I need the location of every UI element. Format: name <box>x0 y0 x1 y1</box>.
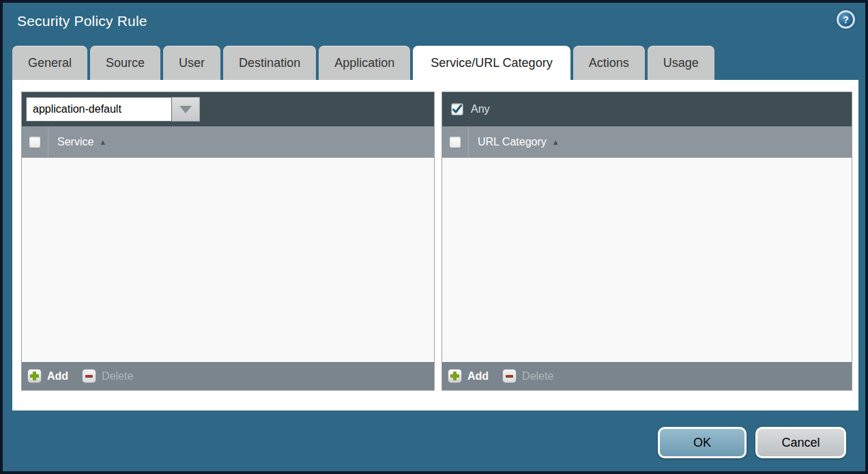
security-policy-rule-dialog: Security Policy Rule ? General Source Us… <box>0 0 868 474</box>
help-icon[interactable]: ? <box>837 10 855 29</box>
url-category-column-header[interactable]: URL Category <box>478 136 547 148</box>
chevron-down-icon <box>179 106 192 113</box>
url-category-table-body <box>442 158 852 362</box>
tab-content: application-default Service ▲ Add <box>12 80 858 410</box>
service-panel: application-default Service ▲ Add <box>21 92 435 391</box>
tab-source[interactable]: Source <box>90 46 160 80</box>
url-category-table-header: URL Category ▲ <box>442 126 852 158</box>
tab-user[interactable]: User <box>163 46 220 80</box>
url-category-select-all-checkbox[interactable] <box>449 136 461 148</box>
any-checkbox[interactable] <box>451 103 463 115</box>
url-category-delete-button[interactable]: Delete <box>502 369 553 383</box>
service-type-dropdown-button[interactable] <box>172 97 200 122</box>
service-table-body <box>22 158 434 362</box>
delete-minus-icon <box>82 369 96 383</box>
delete-button-label: Delete <box>102 370 133 382</box>
url-category-header-checkbox-cell <box>442 126 469 158</box>
tab-service-url-category[interactable]: Service/URL Category <box>413 46 570 80</box>
service-toolbar: application-default <box>22 92 434 126</box>
tab-application[interactable]: Application <box>319 46 410 80</box>
sort-asc-icon[interactable]: ▲ <box>552 138 560 146</box>
tab-general[interactable]: General <box>12 46 87 80</box>
delete-button-label: Delete <box>522 370 553 382</box>
tab-bar: General Source User Destination Applicat… <box>12 46 714 80</box>
tab-actions[interactable]: Actions <box>573 46 645 80</box>
add-plus-icon <box>27 369 42 383</box>
add-button-label: Add <box>47 370 68 382</box>
any-label: Any <box>471 103 490 115</box>
service-table-header: Service ▲ <box>22 126 434 158</box>
service-delete-button[interactable]: Delete <box>82 369 133 383</box>
service-type-value[interactable]: application-default <box>26 97 172 122</box>
tab-destination[interactable]: Destination <box>223 46 316 80</box>
dialog-title: Security Policy Rule <box>17 13 147 29</box>
service-header-checkbox-cell <box>22 126 48 158</box>
delete-minus-icon <box>502 369 517 383</box>
add-plus-icon <box>448 369 462 383</box>
checkmark-icon <box>452 104 463 115</box>
service-add-button[interactable]: Add <box>27 369 68 383</box>
url-category-footer: Add Delete <box>442 362 852 390</box>
add-button-label: Add <box>467 370 489 382</box>
dialog-button-row: OK Cancel <box>658 427 846 458</box>
any-checkbox-row: Any <box>446 103 490 115</box>
url-category-add-button[interactable]: Add <box>448 369 489 383</box>
service-select-all-checkbox[interactable] <box>29 136 41 148</box>
ok-button[interactable]: OK <box>658 427 747 458</box>
service-column-header[interactable]: Service <box>57 136 93 148</box>
tab-usage[interactable]: Usage <box>648 46 714 80</box>
url-category-panel: Any URL Category ▲ Add Delete <box>442 92 852 391</box>
service-footer: Add Delete <box>22 362 434 390</box>
url-category-toolbar: Any <box>442 92 852 126</box>
sort-asc-icon[interactable]: ▲ <box>99 138 106 146</box>
cancel-button[interactable]: Cancel <box>755 427 846 458</box>
service-type-dropdown[interactable]: application-default <box>26 97 200 122</box>
